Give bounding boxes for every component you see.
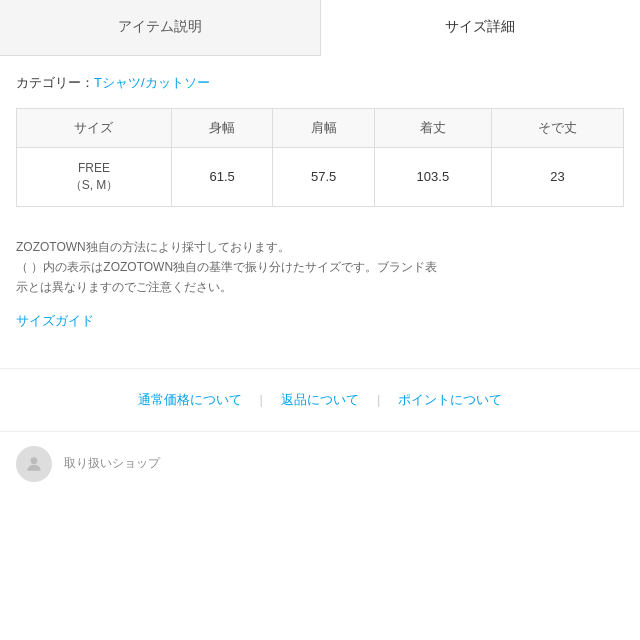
col-header-size: サイズ — [17, 109, 172, 148]
cell-kitake: 103.5 — [374, 148, 491, 207]
footer-links: 通常価格について | 返品について | ポイントについて — [0, 368, 640, 427]
notes-section: ZOZOTOWN独自の方法により採寸しております。 （ ）内の表示はZOZOTO… — [16, 227, 624, 306]
note-line-3: 示とは異なりますのでご注意ください。 — [16, 277, 624, 297]
footer-link-points[interactable]: ポイントについて — [380, 391, 520, 409]
svg-point-0 — [31, 457, 38, 464]
tab-bar: アイテム説明 サイズ詳細 — [0, 0, 640, 56]
col-header-katahaba: 肩幅 — [273, 109, 374, 148]
col-header-sodedake: そで丈 — [491, 109, 623, 148]
shop-section: 取り扱いショップ — [0, 431, 640, 496]
size-table: サイズ 身幅 肩幅 着丈 そで丈 FREE （S, M） 61.5 — [16, 108, 624, 207]
category-row: カテゴリー：Tシャツ/カットソー — [16, 74, 624, 92]
col-header-mibaba: 身幅 — [171, 109, 272, 148]
table-row: FREE （S, M） 61.5 57.5 103.5 23 — [17, 148, 624, 207]
cell-sodedake: 23 — [491, 148, 623, 207]
footer-link-return[interactable]: 返品について — [263, 391, 377, 409]
note-line-1: ZOZOTOWN独自の方法により採寸しております。 — [16, 237, 624, 257]
size-guide-link[interactable]: サイズガイド — [16, 312, 94, 330]
col-header-kitake: 着丈 — [374, 109, 491, 148]
shop-avatar — [16, 446, 52, 482]
tab-item-description[interactable]: アイテム説明 — [0, 0, 320, 55]
category-label: カテゴリー： — [16, 75, 94, 90]
footer-link-price[interactable]: 通常価格について — [120, 391, 260, 409]
tab-size-detail[interactable]: サイズ詳細 — [321, 0, 641, 56]
shop-label: 取り扱いショップ — [64, 455, 160, 472]
category-link[interactable]: Tシャツ/カットソー — [94, 75, 210, 90]
cell-size: FREE （S, M） — [17, 148, 172, 207]
cell-mibaba: 61.5 — [171, 148, 272, 207]
cell-katahaba: 57.5 — [273, 148, 374, 207]
note-line-2: （ ）内の表示はZOZOTOWN独自の基準で振り分けたサイズです。ブランド表 — [16, 257, 624, 277]
